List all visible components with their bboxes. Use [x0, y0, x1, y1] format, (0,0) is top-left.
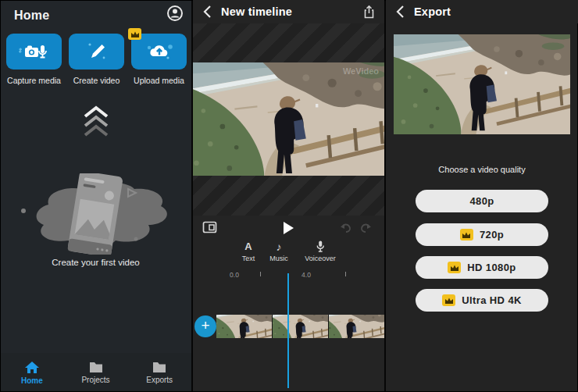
undo-icon[interactable]	[340, 223, 351, 233]
nav-projects-label: Projects	[81, 376, 109, 384]
text-tool-icon: A	[244, 241, 252, 253]
video-clip-thumbnail[interactable]	[329, 315, 384, 338]
nav-exports-label: Exports	[146, 376, 173, 384]
premium-crown-icon	[128, 28, 141, 40]
export-video-preview	[394, 34, 570, 134]
text-tool[interactable]: A Text	[242, 241, 255, 262]
cloud-upload-icon	[144, 41, 175, 62]
home-icon	[24, 361, 40, 374]
quality-720p-button[interactable]: 720p	[416, 223, 548, 246]
nav-exports[interactable]: Exports	[127, 361, 191, 384]
empty-state-text: Create your first video	[0, 258, 191, 267]
ruler-tick	[345, 272, 346, 276]
preview-stage: WeVideo	[193, 23, 384, 216]
nav-home[interactable]: Home	[0, 361, 64, 385]
home-screen: Home	[0, 0, 191, 392]
timeline-editor-screen: New timeline WeVideo	[193, 0, 384, 392]
music-note-icon: ♪	[276, 241, 281, 253]
account-icon[interactable]	[166, 5, 184, 22]
redo-icon[interactable]	[360, 223, 372, 233]
capture-media-label: Capture media	[6, 76, 62, 85]
export-header: Export	[386, 0, 578, 23]
create-video-action[interactable]: Create video	[69, 34, 124, 85]
music-tool[interactable]: ♪ Music	[269, 241, 288, 262]
quality-480p-button[interactable]: 480p	[416, 190, 548, 212]
nav-home-label: Home	[21, 376, 43, 385]
timeline-track[interactable]	[216, 315, 384, 338]
video-preview[interactable]: WeVideo	[193, 62, 384, 176]
quality-label: Ultra HD 4K	[462, 294, 522, 306]
add-media-button[interactable]: +	[194, 315, 216, 337]
back-icon[interactable]	[202, 5, 212, 19]
home-actions: Capture media Create video	[6, 34, 185, 85]
quality-prompt: Choose a video quality	[386, 165, 578, 174]
ruler-tick	[260, 272, 261, 276]
play-button[interactable]	[282, 221, 294, 235]
quality-label: 720p	[480, 229, 504, 241]
upload-media-action[interactable]: Upload media	[131, 34, 187, 85]
export-screen: Export Choose a video quality 480p 720p …	[386, 0, 578, 392]
editor-title: New timeline	[221, 5, 292, 18]
quality-label: HD 1080p	[467, 262, 516, 273]
create-video-label: Create video	[69, 76, 124, 85]
folder-icon	[152, 361, 167, 373]
quality-1080p-button[interactable]: HD 1080p	[416, 256, 548, 279]
premium-crown-icon	[442, 294, 455, 306]
video-clip-thumbnail[interactable]	[216, 315, 273, 338]
playhead[interactable]	[287, 273, 289, 388]
capture-media-button[interactable]	[6, 34, 62, 69]
playback-controls	[193, 216, 384, 241]
back-icon[interactable]	[395, 5, 405, 19]
upload-media-label: Upload media	[131, 76, 187, 85]
text-tool-label: Text	[242, 255, 255, 262]
editor-header: New timeline	[193, 0, 384, 23]
page-title: Home	[14, 9, 49, 23]
home-header: Home	[0, 0, 191, 25]
voiceover-tool[interactable]: Voiceover	[305, 241, 336, 262]
quality-label: 480p	[469, 195, 494, 207]
empty-state-illustration	[17, 173, 173, 255]
premium-crown-icon	[460, 229, 473, 241]
folder-icon	[88, 361, 104, 373]
ruler-label-0: 0.0	[230, 271, 239, 279]
chevrons-up-icon	[80, 105, 112, 138]
canvas-ratio-icon[interactable]	[202, 221, 217, 233]
premium-crown-icon	[448, 262, 461, 273]
upload-media-button[interactable]	[131, 34, 187, 69]
ruler-label-4: 4.0	[301, 271, 311, 279]
microphone-icon	[316, 241, 324, 253]
wevideo-app: Home	[0, 0, 578, 392]
quality-4k-button[interactable]: Ultra HD 4K	[416, 289, 548, 312]
create-video-button[interactable]	[69, 34, 124, 69]
share-icon[interactable]	[363, 5, 375, 19]
tool-row: A Text ♪ Music Voiceover	[193, 241, 384, 267]
export-title: Export	[414, 5, 451, 18]
capture-media-action[interactable]: Capture media	[6, 34, 62, 85]
video-clip-thumbnail[interactable]	[273, 315, 329, 338]
bottom-nav: Home Projects Exports	[0, 353, 191, 392]
nav-projects[interactable]: Projects	[64, 361, 128, 384]
pencil-icon	[84, 41, 110, 62]
watermark: WeVideo	[343, 66, 379, 76]
music-tool-label: Music	[269, 255, 288, 262]
voiceover-tool-label: Voiceover	[305, 255, 336, 262]
camera-mic-icon	[17, 41, 52, 62]
